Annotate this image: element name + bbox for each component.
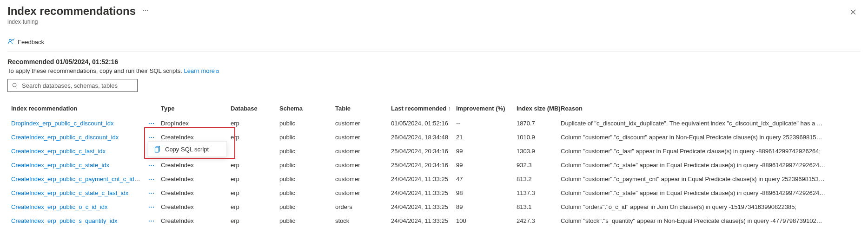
row-context-menu: Copy SQL script [148,141,227,157]
cell-reason: Column "customer"."c_state" appear in Eq… [561,162,861,169]
cell-database: erp [231,203,279,210]
row-overflow-icon[interactable]: ··· [148,120,155,127]
cell-size: 1010.9 [517,134,561,141]
cell-type: CreateIndex [161,189,231,196]
row-overflow-icon[interactable]: ··· [148,134,155,141]
apply-instructions: To apply these recommendations, copy and… [7,67,861,74]
col-header-type[interactable]: Type [161,105,231,112]
cell-improvement: 89 [456,203,517,210]
table-row: CreateIndex_erp_public_c_state_c_last_id… [7,186,861,200]
cell-type: DropIndex [161,120,231,127]
table-row: CreateIndex_erp_public_c_state_idx ··· C… [7,158,861,172]
cell-size: 813.1 [517,203,561,210]
page-title: Index recommendations [7,5,136,18]
cell-schema: public [279,148,335,155]
title-overflow-icon[interactable] [142,5,149,15]
col-header-schema[interactable]: Schema [279,105,335,112]
index-name-link[interactable]: CreateIndex_erp_public_o_c_id_idx [11,203,107,210]
svg-point-2 [147,10,148,11]
copy-sql-script-item[interactable]: Copy SQL script [148,142,226,156]
recommendations-table: Index recommendation Type Database Schem… [7,102,861,228]
cell-last: 01/05/2024, 01:52:16 [391,120,456,127]
cell-table: stock [335,217,391,224]
cell-size: 932.3 [517,162,561,169]
learn-more-link[interactable]: Learn more⧉ [184,67,219,74]
cell-table: customer [335,176,391,182]
cell-schema: public [279,189,335,196]
table-row: CreateIndex_erp_public_c_discount_idx ··… [7,130,861,144]
cell-improvement: 100 [456,217,517,224]
copy-icon [154,145,161,153]
cell-table: customer [335,189,391,196]
cell-type: CreateIndex [161,176,231,182]
col-header-name[interactable]: Index recommendation [7,105,142,112]
cell-schema: public [279,203,335,210]
cell-type: CreateIndex [161,203,231,210]
index-name-link[interactable]: CreateIndex_erp_public_c_state_idx [11,162,109,169]
cell-improvement: 99 [456,162,517,169]
close-button[interactable] [846,5,861,20]
cell-table: customer [335,148,391,155]
cell-schema: public [279,134,335,141]
page-subtitle: index-tuning [7,19,149,25]
svg-rect-7 [155,147,159,152]
row-overflow-icon[interactable]: ··· [148,189,155,196]
row-overflow-icon[interactable]: ··· [148,162,155,169]
cell-last: 24/04/2024, 11:33:25 [391,189,456,196]
cell-table: customer [335,120,391,127]
copy-sql-label: Copy SQL script [165,146,209,153]
cell-type: CreateIndex [161,134,231,141]
cell-reason: Column "orders"."o_c_id" appear in Join … [561,203,861,210]
cell-last: 24/04/2024, 11:33:25 [391,176,456,182]
cell-last: 25/04/2024, 20:34:16 [391,148,456,155]
cell-table: customer [335,134,391,141]
index-name-link[interactable]: CreateIndex_erp_public_s_quantity_idx [11,217,117,224]
cell-last: 25/04/2024, 20:34:16 [391,162,456,169]
cell-database: erp [231,134,279,141]
svg-point-1 [145,10,146,11]
col-header-reason[interactable]: Reason [561,105,861,112]
cell-schema: public [279,162,335,169]
cell-improvement: 98 [456,189,517,196]
table-row: CreateIndex_erp_public_c_payment_cnt_c_i… [7,172,861,186]
table-row: CreateIndex_erp_public_s_quantity_idx ··… [7,214,861,228]
cell-last: 26/04/2024, 18:34:48 [391,134,456,141]
col-header-improvement[interactable]: Improvement (%) [456,105,517,112]
search-input-wrapper[interactable] [7,79,138,92]
col-header-table[interactable]: Table [335,105,391,112]
table-row: CreateIndex_erp_public_c_last_idx ··· pu… [7,144,861,158]
search-input[interactable] [21,82,133,90]
index-name-link[interactable]: CreateIndex_erp_public_c_discount_idx [11,134,119,141]
index-name-link[interactable]: DropIndex_erp_public_c_discount_idx [11,120,113,127]
cell-last: 24/04/2024, 11:33:25 [391,217,456,224]
col-header-size[interactable]: Index size (MB) [517,105,561,112]
feedback-button[interactable]: Feedback [7,38,44,46]
cell-table: customer [335,162,391,169]
index-name-link[interactable]: CreateIndex_erp_public_c_last_idx [11,148,106,155]
cell-last: 24/04/2024, 11:33:25 [391,203,456,210]
cell-schema: public [279,217,335,224]
col-header-database[interactable]: Database [231,105,279,112]
row-overflow-icon[interactable]: ··· [148,176,155,182]
index-name-link[interactable]: CreateIndex_erp_public_c_state_c_last_id… [11,189,128,196]
row-overflow-icon[interactable]: ··· [148,217,155,224]
cell-database: erp [231,189,279,196]
row-overflow-icon[interactable]: ··· [148,203,155,210]
cell-type: CreateIndex [161,217,231,224]
search-icon [12,82,18,89]
cell-schema: public [279,176,335,182]
col-header-last[interactable]: Last recommended ↑ [391,105,456,112]
svg-line-5 [16,86,17,88]
cell-reason: Column "customer"."c_state" appear in Eq… [561,189,861,196]
cell-database: erp [231,176,279,182]
feedback-label: Feedback [18,39,44,46]
cell-size: 1137.3 [517,189,561,196]
table-row: DropIndex_erp_public_c_discount_idx ··· … [7,116,861,130]
cell-size: 1303.9 [517,148,561,155]
cell-size: 1870.7 [517,120,561,127]
cell-database: erp [231,217,279,224]
external-link-icon: ⧉ [216,69,219,74]
svg-point-3 [9,39,12,42]
cell-size: 813.2 [517,176,561,182]
index-name-link[interactable]: CreateIndex_erp_public_c_payment_cnt_c_i… [11,176,142,182]
